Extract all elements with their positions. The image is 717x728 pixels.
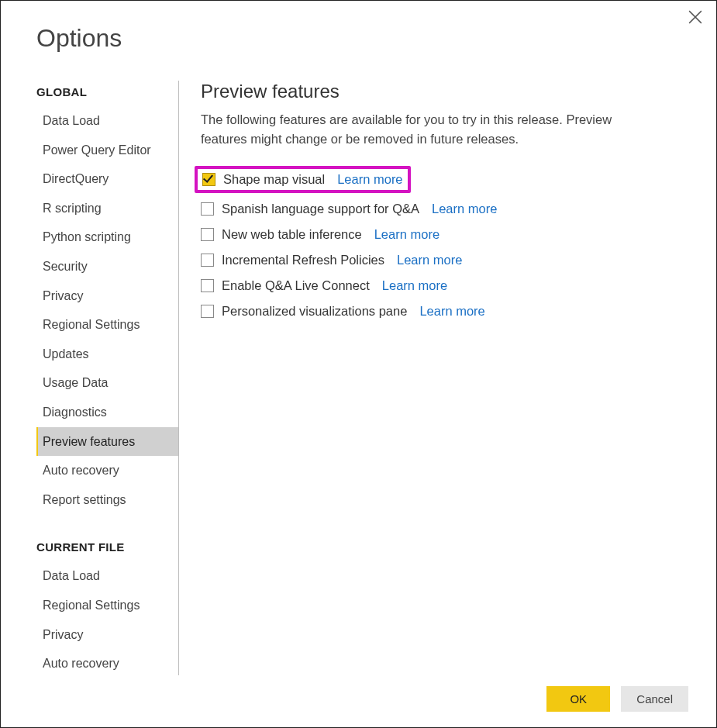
feature-row-qna-live-connect: Enable Q&A Live Connect Learn more (201, 273, 695, 298)
dialog-title: Options (1, 1, 716, 53)
feature-label: Shape map visual (223, 172, 325, 187)
feature-label: Incremental Refresh Policies (222, 253, 384, 267)
learn-more-link[interactable]: Learn more (337, 172, 402, 187)
sidebar-section-header-global: GLOBAL (36, 81, 178, 106)
close-button[interactable] (688, 10, 704, 26)
checkbox-web-table[interactable] (201, 228, 214, 241)
sidebar-item-directquery[interactable]: DirectQuery (36, 164, 178, 194)
feature-label: Spanish language support for Q&A (222, 202, 419, 216)
feature-list: Shape map visual Learn more Spanish lang… (201, 166, 695, 324)
sidebar-item-report-settings[interactable]: Report settings (36, 485, 178, 515)
checkbox-incremental-refresh[interactable] (201, 254, 214, 267)
main-panel: Preview features The following features … (179, 81, 716, 675)
sidebar-item-auto-recovery[interactable]: Auto recovery (36, 456, 178, 485)
checkbox-qna-live-connect[interactable] (201, 279, 214, 292)
feature-label: Personalized visualizations pane (222, 304, 407, 319)
learn-more-link[interactable]: Learn more (419, 304, 484, 319)
sidebar-item-regional-settings[interactable]: Regional Settings (36, 310, 178, 340)
sidebar-item-r-scripting[interactable]: R scripting (36, 194, 178, 223)
cancel-button[interactable]: Cancel (621, 686, 688, 712)
sidebar-item-updates[interactable]: Updates (36, 340, 178, 369)
checkbox-shape-map[interactable] (202, 173, 215, 186)
learn-more-link[interactable]: Learn more (382, 278, 447, 293)
ok-button[interactable]: OK (546, 686, 610, 712)
main-heading: Preview features (201, 81, 695, 102)
feature-row-spanish-qna: Spanish language support for Q&A Learn m… (201, 196, 695, 222)
sidebar-item-python-scripting[interactable]: Python scripting (36, 223, 178, 252)
main-description: The following features are available for… (201, 110, 650, 149)
learn-more-link[interactable]: Learn more (397, 253, 462, 267)
feature-row-incremental-refresh: Incremental Refresh Policies Learn more (201, 247, 695, 273)
sidebar-item-usage-data[interactable]: Usage Data (36, 368, 178, 398)
sidebar-section-header-current-file: CURRENT FILE (36, 536, 178, 561)
sidebar-item-cf-data-load[interactable]: Data Load (36, 561, 178, 591)
checkbox-spanish-qna[interactable] (201, 202, 214, 216)
sidebar-item-preview-features[interactable]: Preview features (36, 427, 178, 457)
feature-row-shape-map: Shape map visual Learn more (195, 166, 411, 193)
feature-label: Enable Q&A Live Connect (222, 278, 370, 293)
sidebar: GLOBAL Data Load Power Query Editor Dire… (36, 81, 179, 675)
sidebar-item-cf-privacy[interactable]: Privacy (36, 620, 178, 650)
feature-label: New web table inference (222, 227, 362, 242)
sidebar-item-power-query-editor[interactable]: Power Query Editor (36, 136, 178, 165)
learn-more-link[interactable]: Learn more (432, 202, 497, 216)
sidebar-item-cf-auto-recovery[interactable]: Auto recovery (36, 649, 178, 675)
checkbox-personalized-viz[interactable] (201, 305, 214, 318)
feature-row-web-table: New web table inference Learn more (201, 222, 695, 247)
sidebar-item-security[interactable]: Security (36, 252, 178, 281)
feature-row-personalized-viz: Personalized visualizations pane Learn m… (201, 298, 695, 324)
learn-more-link[interactable]: Learn more (374, 227, 440, 242)
sidebar-item-cf-regional-settings[interactable]: Regional Settings (36, 591, 178, 620)
sidebar-item-privacy[interactable]: Privacy (36, 281, 178, 311)
dialog-footer: OK Cancel (546, 686, 688, 712)
dialog-content: GLOBAL Data Load Power Query Editor Dire… (1, 81, 716, 675)
close-icon (688, 10, 702, 24)
sidebar-item-diagnostics[interactable]: Diagnostics (36, 398, 178, 427)
options-dialog: Options GLOBAL Data Load Power Query Edi… (0, 0, 717, 728)
sidebar-item-data-load[interactable]: Data Load (36, 106, 178, 136)
